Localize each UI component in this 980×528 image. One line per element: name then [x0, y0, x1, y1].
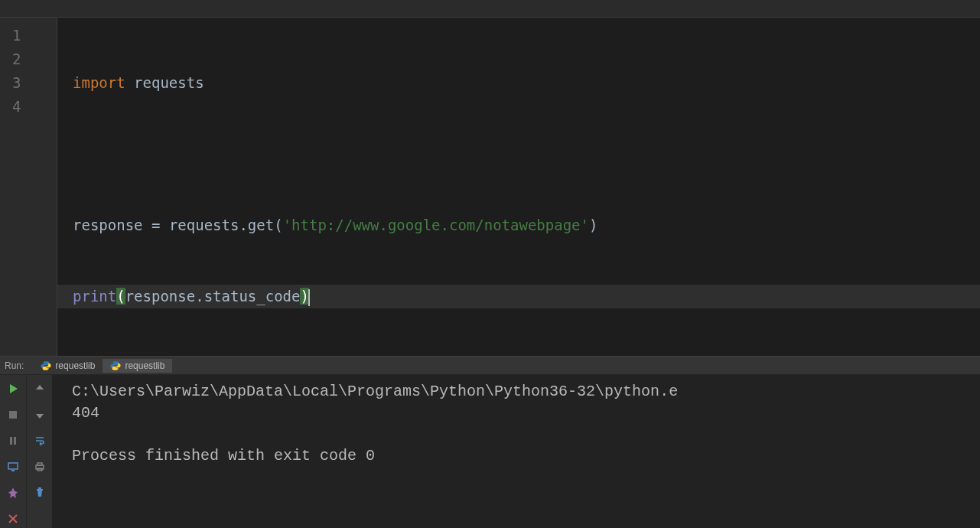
line-number: 2	[0, 47, 57, 71]
gutter: 1 2 3 4	[0, 18, 57, 356]
close-button[interactable]	[4, 510, 22, 528]
trash-icon[interactable]	[31, 484, 49, 502]
expr: response	[125, 288, 196, 305]
console-output[interactable]: C:\Users\Parwiz\AppData\Local\Programs\P…	[52, 375, 980, 528]
editor-top-spacer	[0, 0, 980, 18]
caret	[308, 289, 310, 306]
wrap-icon[interactable]	[31, 432, 49, 450]
svg-rect-2	[14, 437, 16, 445]
run-tab-label: requestlib	[55, 360, 95, 371]
line-number: 4	[0, 95, 57, 119]
output-line: Process finished with exit code 0	[72, 447, 375, 464]
run-panel: Run: requestlib requestlib	[0, 357, 980, 528]
run-toolbar-right	[26, 375, 52, 528]
up-arrow-icon[interactable]	[31, 380, 49, 398]
down-arrow-icon[interactable]	[31, 406, 49, 424]
run-tab-label: requestlib	[125, 360, 164, 371]
run-tabbar: Run: requestlib requestlib	[0, 357, 980, 375]
module-ref: requests	[169, 217, 239, 233]
variable: response	[73, 217, 143, 233]
python-icon	[110, 360, 121, 371]
run-label: Run:	[5, 360, 24, 371]
pin-button[interactable]	[4, 484, 22, 502]
module-name: requests	[134, 74, 204, 91]
stop-button[interactable]	[4, 406, 22, 424]
run-body: C:\Users\Parwiz\AppData\Local\Programs\P…	[0, 375, 980, 528]
run-toolbar-left	[0, 375, 26, 528]
pause-button[interactable]	[4, 432, 22, 450]
editor-area: 1 2 3 4 import requests response = reque…	[0, 18, 980, 357]
string-literal: 'http://www.google.com/notawebpage'	[283, 217, 589, 233]
svg-rect-1	[10, 437, 12, 445]
svg-rect-3	[8, 463, 18, 469]
print-icon[interactable]	[31, 458, 49, 476]
line-number: 3	[0, 71, 57, 95]
run-tab[interactable]: requestlib	[103, 359, 172, 373]
builtin-print: print	[73, 288, 116, 305]
svg-rect-0	[9, 411, 17, 419]
keyword-import: import	[73, 74, 125, 91]
svg-rect-6	[37, 463, 42, 465]
svg-rect-4	[11, 470, 15, 471]
output-line: 404	[72, 404, 99, 422]
run-button[interactable]	[4, 380, 22, 398]
line-number: 1	[0, 24, 57, 47]
method-get: get	[248, 217, 274, 233]
editor-body: 1 2 3 4 import requests response = reque…	[0, 18, 980, 356]
run-tab[interactable]: requestlib	[33, 359, 103, 373]
monitor-button[interactable]	[4, 458, 22, 476]
python-icon	[41, 360, 51, 371]
output-line: C:\Users\Parwiz\AppData\Local\Programs\P…	[72, 383, 678, 400]
code-editor[interactable]: import requests response = requests.get(…	[57, 18, 980, 356]
expr: status_code	[204, 288, 301, 305]
ide-window: 1 2 3 4 import requests response = reque…	[0, 0, 980, 528]
